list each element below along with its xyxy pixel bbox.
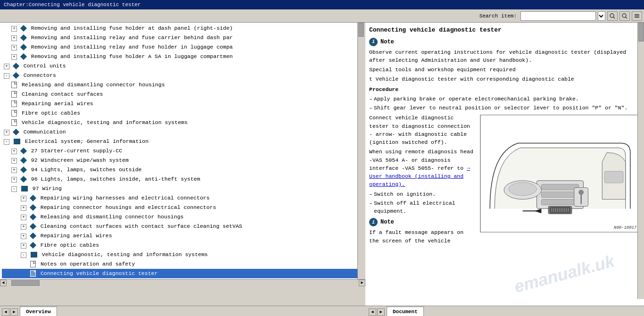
tree-item-12[interactable]: + Communication: [2, 127, 362, 137]
tree-content: + Removing and installing fuse holder at…: [0, 23, 364, 279]
expand-icon-6[interactable]: -: [4, 73, 9, 79]
svg-rect-6: [635, 17, 639, 18]
search-btn-1[interactable]: [607, 11, 618, 21]
tab-overview[interactable]: Overview: [20, 307, 57, 316]
search-dropdown[interactable]: [598, 11, 605, 21]
expand-icon-25[interactable]: -: [21, 252, 26, 258]
folder-icon-15: [20, 157, 27, 164]
folder-icon-6: [13, 72, 19, 79]
h-scroll-left[interactable]: ◄: [0, 280, 7, 286]
h-scroll-right[interactable]: ►: [359, 280, 365, 286]
tree-item-3[interactable]: + Removing and installing relay and fuse…: [2, 42, 362, 52]
tree-label-7: Releasing and dismantling connector hous…: [22, 82, 165, 88]
left-scroll-thumb[interactable]: [358, 23, 364, 37]
tree-item-27[interactable]: Connecting vehicle diagnostic tester: [2, 269, 362, 278]
expand-icon-3[interactable]: +: [11, 45, 17, 50]
expand-icon-12[interactable]: +: [4, 130, 9, 135]
step-3-text: Switch on ignition.: [374, 191, 436, 197]
tree-label-1: Removing and installing fuse holder at d…: [31, 25, 233, 31]
tree-item-11[interactable]: Vehicle diagnostic, testing and informat…: [2, 118, 362, 127]
tree-item-7[interactable]: Releasing and dismantling connector hous…: [2, 80, 362, 90]
tree-label-12: Communication: [24, 129, 66, 135]
nav-doc-back-btn[interactable]: ◄: [369, 308, 376, 316]
expand-icon-4[interactable]: +: [11, 54, 17, 60]
expand-icon-19[interactable]: +: [21, 196, 26, 201]
expand-icon-18[interactable]: -: [11, 186, 17, 192]
folder-open-icon-25: [31, 252, 37, 258]
tree-item-22[interactable]: + Cleaning contact surfaces with contact…: [2, 222, 362, 231]
tree-item-19[interactable]: + Repairing wiring harnesses and electri…: [2, 193, 362, 203]
tab-overview-label: Overview: [26, 309, 51, 315]
expand-icon-24[interactable]: +: [21, 243, 26, 249]
h-scroll-thumb[interactable]: [11, 280, 40, 286]
tree-label-13: Electrical system; General information: [25, 138, 149, 144]
doc-icon-8: [11, 91, 17, 98]
tree-item-21[interactable]: + Releasing and dismantling connector ho…: [2, 212, 362, 222]
tree-item-26[interactable]: Notes on operation and safety: [2, 259, 362, 269]
step-1-text: Apply parking brake or operate electrome…: [374, 96, 579, 102]
tree-label-4: Removing and installing fuse holder A SA…: [31, 53, 233, 59]
search-input[interactable]: [520, 11, 596, 21]
left-scrollbar-h[interactable]: ◄ ►: [0, 279, 365, 286]
nav-back-btn[interactable]: ◄: [2, 308, 9, 316]
tree-item-14[interactable]: + 27 Starter-current supply-CC: [2, 146, 362, 156]
right-scrollbar[interactable]: [637, 23, 644, 299]
expand-icon-20[interactable]: +: [21, 205, 26, 211]
bottom-left-tabs: ◄ ► Overview: [0, 307, 365, 316]
tree-item-8[interactable]: Cleaning contact surfaces: [2, 90, 362, 99]
tree-item-16[interactable]: + 94 Lights, lamps, switches outside: [2, 165, 362, 175]
tree-item-20[interactable]: + Repairing connector housings and elect…: [2, 203, 362, 212]
tree-item-10[interactable]: Fibre optic cables: [2, 108, 362, 118]
expand-icon-16[interactable]: +: [11, 167, 17, 173]
bottom-tabs: ◄ ► Overview ◄ ► Document: [0, 306, 644, 316]
expand-icon-23[interactable]: +: [21, 233, 26, 239]
tree-item-4[interactable]: + Removing and installing fuse holder A …: [2, 52, 362, 61]
tree-item-1[interactable]: + Removing and installing fuse holder at…: [2, 24, 362, 33]
tree-item-2[interactable]: + Removing and installing relay and fuse…: [2, 33, 362, 42]
search-label: Search item:: [479, 13, 517, 19]
tree-item-23[interactable]: + Repairing aerial wires: [2, 231, 362, 241]
tree-item-24[interactable]: + Fibre optic cables: [2, 241, 362, 250]
svg-text:N90-10017: N90-10017: [614, 225, 637, 230]
note-box-1: i Note: [369, 38, 640, 46]
nav-doc-fwd-btn[interactable]: ►: [377, 308, 385, 316]
right-panel: emanualk.uk Connecting vehicle diagnosti…: [365, 23, 644, 306]
options-btn[interactable]: [632, 11, 642, 21]
tree-label-9: Repairing aerial wires: [22, 100, 93, 107]
tree-item-6[interactable]: - Connectors: [2, 71, 362, 80]
tree-item-17[interactable]: + 96 Lights, lamps, switches inside, ant…: [2, 175, 362, 184]
tree-label-20: Repairing connector housings and electri…: [41, 204, 216, 210]
expand-icon-2[interactable]: +: [11, 35, 17, 41]
info-icon-1: i: [369, 38, 378, 46]
expand-icon-5[interactable]: +: [4, 64, 9, 69]
folder-open-icon-13: [14, 139, 20, 144]
right-panel-title: Connecting vehicle diagnostic tester: [369, 25, 640, 35]
tree-label-17: 96 Lights, lamps, switches inside, anti-…: [31, 176, 200, 182]
search-btn-2[interactable]: [619, 11, 630, 21]
tree-item-13[interactable]: - Electrical system; General information: [2, 137, 362, 146]
tab-document[interactable]: Document: [387, 307, 424, 316]
nav-fwd-btn[interactable]: ►: [10, 308, 18, 316]
tree-label-6: Connectors: [24, 72, 56, 78]
svg-rect-5: [635, 16, 639, 17]
tree-item-18[interactable]: - 97 Wiring: [2, 184, 362, 193]
folder-icon-17: [20, 176, 27, 183]
tree-label-18: 97 Wiring: [33, 185, 62, 191]
expand-icon-17[interactable]: +: [11, 177, 17, 183]
note-box-2: i Note: [369, 218, 476, 226]
expand-icon-14[interactable]: +: [11, 149, 17, 154]
svg-point-0: [610, 14, 614, 17]
right-scroll-thumb[interactable]: [638, 23, 644, 42]
expand-icon-22[interactable]: +: [21, 224, 26, 230]
step-4: Switch off all electrical equipment.: [369, 199, 640, 216]
expand-icon-21[interactable]: +: [21, 215, 26, 220]
left-scrollbar[interactable]: [357, 23, 364, 279]
expand-icon-13[interactable]: -: [4, 139, 9, 145]
tree-item-5[interactable]: + Control units: [2, 61, 362, 71]
right-panel-wrapper: emanualk.uk Connecting vehicle diagnosti…: [365, 23, 644, 306]
expand-icon-1[interactable]: +: [11, 26, 17, 32]
tree-item-15[interactable]: + 92 Windscreen wipe/wash system: [2, 156, 362, 165]
tree-item-9[interactable]: Repairing aerial wires: [2, 99, 362, 108]
tree-item-25[interactable]: - Vehicle diagnostic, testing and inform…: [2, 250, 362, 259]
expand-icon-15[interactable]: +: [11, 158, 17, 164]
